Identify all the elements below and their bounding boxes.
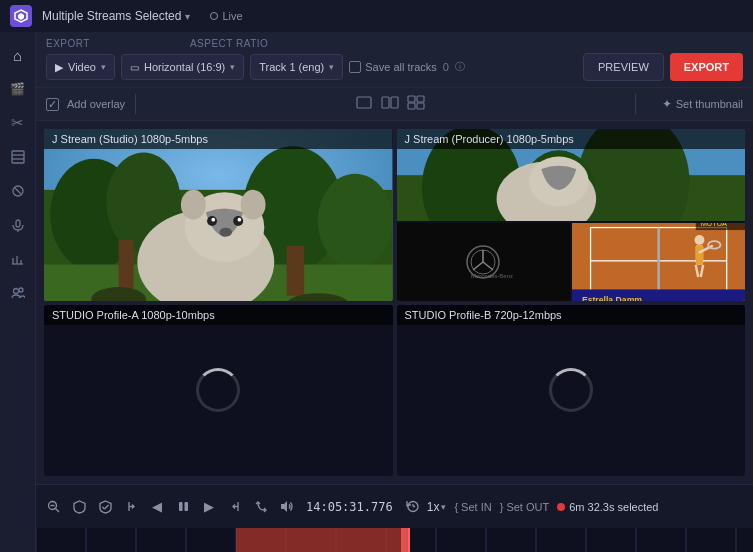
svg-rect-6 [16,220,20,227]
sidebar-item-audio[interactable] [3,210,33,240]
live-badge: Live [210,10,242,22]
video-icon: ▶ [55,61,63,74]
svg-rect-64 [696,245,703,265]
sidebar-item-director[interactable]: 🎬 [3,74,33,104]
sidebar-item-color[interactable] [3,176,33,206]
save-tracks-checkbox[interactable] [349,61,361,73]
chevron-down-icon-3: ▾ [329,62,334,72]
svg-point-12 [13,289,18,294]
next-button[interactable] [224,496,246,518]
volume-button[interactable] [276,496,298,518]
trim-in-button[interactable] [120,496,142,518]
svg-marker-82 [281,501,287,512]
aspect-icon: ▭ [130,62,139,73]
stream-title[interactable]: Multiple Streams Selected ▾ [42,9,190,23]
track-select[interactable]: Track 1 (eng) ▾ [250,54,343,80]
scrubber-svg [36,528,753,552]
svg-rect-14 [357,97,371,108]
svg-rect-103 [401,528,409,552]
loading-spinner-4 [549,368,593,412]
aspect-ratio-label: ASPECT RATIO [190,38,268,49]
video-select[interactable]: ▶ Video ▾ [46,54,115,80]
svg-line-52 [473,262,483,270]
svg-point-35 [211,218,215,222]
svg-line-53 [483,262,493,270]
pause-button[interactable] [172,496,194,518]
svg-point-13 [19,288,23,292]
svg-rect-19 [408,103,415,109]
svg-line-75 [104,505,108,509]
sidebar-item-users[interactable] [3,278,33,308]
svg-rect-16 [391,97,398,108]
main-content: EXPORT ASPECT RATIO ▶ Video ▾ ▭ Horizont… [36,32,753,552]
scrubber[interactable] [36,528,753,552]
save-tracks-toggle[interactable]: Save all tracks 0 ⓘ [349,60,465,74]
toolbar-controls: ▶ Video ▾ ▭ Horizontal (16:9) ▾ Track 1 … [46,53,743,81]
info-icon: ⓘ [455,60,465,74]
svg-line-72 [55,509,59,513]
shield-icon-2[interactable] [94,496,116,518]
svg-rect-15 [382,97,389,108]
zoom-out-button[interactable] [42,496,64,518]
svg-point-62 [694,235,704,245]
divider-2 [635,94,636,114]
loading-spinner-3 [196,368,240,412]
mercedes-display: Mercedes-Benz [453,242,513,282]
app-icon [10,5,32,27]
live-dot [210,12,218,20]
svg-point-37 [219,228,231,237]
selection-info: 6m 32.3s selected [557,501,658,513]
quad-layout-icon[interactable] [407,95,425,113]
svg-point-36 [238,218,242,222]
svg-point-27 [318,174,393,269]
cell-4-label: STUDIO Profile-B 720p-12mbps [397,305,746,325]
timeline-bar: ◀ ▶ [36,484,753,528]
set-thumbnail-button[interactable]: ✦ Set thumbnail [662,97,743,111]
cell-1-label: J Stream (Studio) 1080p-5mbps [44,129,393,149]
timecode-display: 14:05:31.776 [306,500,393,514]
toolbar-labels: EXPORT ASPECT RATIO [46,38,743,49]
export-button[interactable]: EXPORT [670,53,743,81]
tennis-court: Estrella Damm [572,223,745,300]
overlay-layout-icons [355,95,425,113]
svg-rect-79 [184,502,188,511]
sidebar-item-home[interactable]: ⌂ [3,40,33,70]
top-bar: Multiple Streams Selected ▾ Live [0,0,753,32]
svg-point-32 [241,190,266,220]
preview-button[interactable]: PREVIEW [583,53,664,81]
svg-rect-39 [287,246,304,296]
divider [135,94,136,114]
svg-rect-102 [236,528,406,552]
svg-text:MUTUA: MUTUA [700,223,726,228]
sidebar: ⌂ 🎬 ✂ [0,32,36,552]
aspect-ratio-select[interactable]: ▭ Horizontal (16:9) ▾ [121,54,244,80]
history-button[interactable] [401,496,423,518]
svg-text:Mercedes-Benz: Mercedes-Benz [471,273,513,279]
svg-rect-17 [408,96,415,102]
set-out-button[interactable]: } Set OUT [500,501,550,513]
svg-rect-104 [408,528,410,552]
checkbox-icon: ✓ [46,98,59,111]
sidebar-item-stats[interactable] [3,244,33,274]
svg-rect-20 [417,103,424,109]
step-forward-button[interactable]: ▶ [198,496,220,518]
thumbnail-icon: ✦ [662,97,672,111]
dual-layout-icon[interactable] [381,95,399,113]
speed-control[interactable]: 1x ▾ [427,500,447,514]
single-layout-icon[interactable] [355,95,373,113]
export-toolbar: EXPORT ASPECT RATIO ▶ Video ▾ ▭ Horizont… [36,32,753,88]
step-back-button[interactable]: ◀ [146,496,168,518]
video-cell-4: STUDIO Profile-B 720p-12mbps [397,305,746,477]
add-overlay-button[interactable]: ✓ Add overlay [46,98,125,111]
shield-icon-1[interactable] [68,496,90,518]
svg-rect-38 [119,240,134,290]
sidebar-item-cut[interactable]: ✂ [3,108,33,138]
loop-button[interactable] [250,496,272,518]
cell-2-label: J Stream (Producer) 1080p-5mbps [397,129,746,149]
video-cell-1: J Stream (Studio) 1080p-5mbps [44,129,393,301]
set-in-button[interactable]: { Set IN [454,501,491,513]
svg-line-74 [102,507,104,509]
sidebar-item-edit[interactable] [3,142,33,172]
svg-point-31 [181,190,206,220]
svg-rect-2 [12,151,24,163]
